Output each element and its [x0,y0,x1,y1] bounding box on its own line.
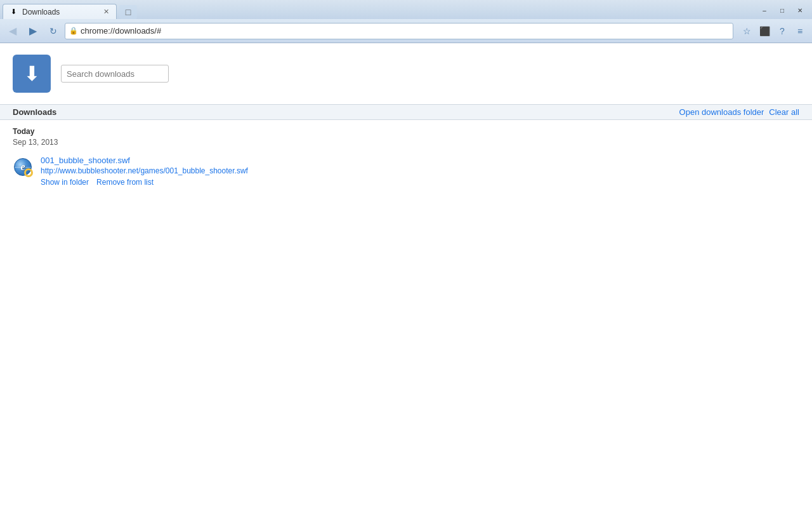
download-date-label: Today [13,126,799,137]
download-item: 001_bubble_shooter.swf http://www.bubble… [13,153,799,189]
clear-all-link[interactable]: Clear all [769,107,799,117]
download-date-value: Sep 13, 2013 [13,138,58,147]
forward-button[interactable]: ▶ [24,22,42,40]
downloads-list: Today Sep 13, 2013 001_bubble_shooter.sw… [0,120,812,202]
chrome-window: ⬇ Downloads ✕ □ – □ ✕ ◀ ▶ ↻ 🔒 ☆ ⬛ ? ≡ [0,0,812,508]
navigation-toolbar: ◀ ▶ ↻ 🔒 ☆ ⬛ ? ≡ [0,19,812,43]
help-button[interactable]: ? [774,23,790,39]
download-url-link[interactable]: http://www.bubbleshooter.net/games/001_b… [41,166,799,175]
section-actions: Open downloads folder Clear all [679,107,799,117]
download-actions: Show in folder Remove from list [41,178,799,187]
downloads-header: ⬇ [0,43,812,104]
refresh-button[interactable]: ↻ [44,22,62,40]
tab-strip: ⬇ Downloads ✕ □ [0,0,752,19]
bookmark-button[interactable]: ☆ [738,23,755,39]
downloads-section-bar: Downloads Open downloads folder Clear al… [0,104,812,120]
tab-close-button[interactable]: ✕ [101,7,111,17]
extensions-button[interactable]: ⬛ [756,23,773,39]
address-bar-input[interactable] [81,26,729,36]
section-title: Downloads [13,107,56,117]
address-bar-container: 🔒 [65,23,733,39]
download-item-info: 001_bubble_shooter.swf http://www.bubble… [41,156,799,187]
downloads-icon-box: ⬇ [13,55,51,93]
download-date-group: Today Sep 13, 2013 001_bubble_shooter.sw… [13,126,799,189]
minimize-button[interactable]: – [756,4,773,17]
toolbar-right-actions: ☆ ⬛ ? ≡ [738,23,808,39]
tab-title: Downloads [22,8,97,17]
download-date: Today Sep 13, 2013 [13,126,799,148]
window-controls: – □ ✕ [752,1,812,19]
download-arrow-icon: ⬇ [23,64,41,84]
show-in-folder-link[interactable]: Show in folder [41,178,89,187]
close-button[interactable]: ✕ [792,4,808,17]
menu-button[interactable]: ≡ [792,23,808,39]
page-content: ⬇ Downloads Open downloads folder Clear … [0,43,812,508]
title-bar: ⬇ Downloads ✕ □ – □ ✕ [0,0,812,19]
maximize-button[interactable]: □ [774,4,790,17]
new-tab-button[interactable]: □ [119,5,137,19]
ie-ring-icon [24,168,33,177]
downloads-tab[interactable]: ⬇ Downloads ✕ [3,4,117,19]
download-file-icon [13,157,33,177]
open-downloads-folder-link[interactable]: Open downloads folder [679,107,764,117]
tab-favicon: ⬇ [8,7,18,17]
address-bar-security-icon: 🔒 [69,27,78,35]
back-button[interactable]: ◀ [4,22,22,40]
download-filename-link[interactable]: 001_bubble_shooter.swf [41,156,799,165]
remove-from-list-link[interactable]: Remove from list [96,178,154,187]
search-input[interactable] [61,65,169,83]
